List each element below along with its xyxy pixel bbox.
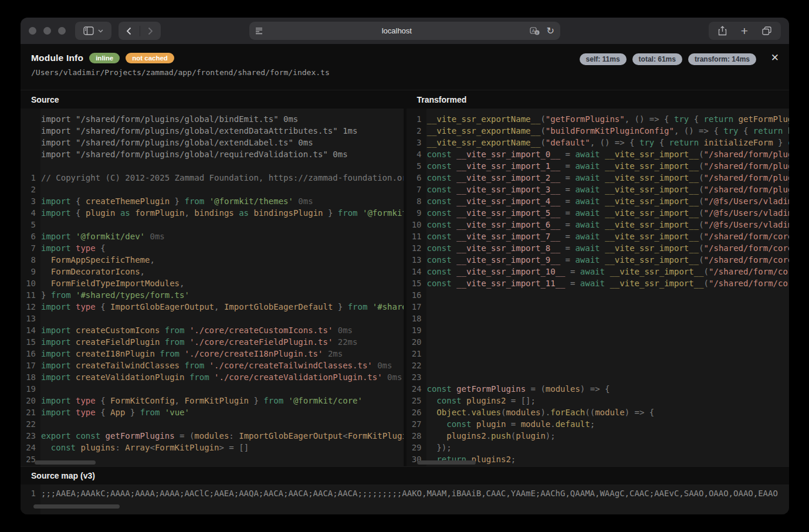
- source-map-section: Source map (v3) 1;;;AAEA;AAAkC;AAAA;AAAA…: [21, 466, 789, 514]
- line-number: 4: [407, 148, 422, 160]
- transformed-code-area[interactable]: 1__vite_ssr_exportName__("getFormPlugins…: [407, 109, 790, 466]
- line-number: 14: [407, 266, 422, 277]
- traffic-light-zoom-button[interactable]: [58, 27, 66, 35]
- line-number: 3: [21, 195, 36, 207]
- reader-icon[interactable]: [255, 27, 264, 35]
- code-line: 25 const plugins2 = [];: [407, 395, 790, 406]
- code-line: 23export const getFormPlugins = (modules…: [21, 430, 404, 442]
- nav-buttons: [119, 22, 161, 40]
- code-line: 12import type { ImportGlobEagerOutput, I…: [21, 301, 404, 313]
- source-code-area[interactable]: import "/shared/form/plugins/global/bind…: [21, 109, 404, 466]
- line-number: 5: [407, 160, 422, 172]
- horizontal-scrollbar[interactable]: [33, 504, 120, 509]
- code-line: 6const __vite_ssr_import_2__ = await __v…: [407, 172, 790, 184]
- line-number: 6: [407, 172, 422, 184]
- code-line: 3__vite_ssr_exportName__("default", () =…: [407, 137, 790, 148]
- line-number: 23: [407, 371, 422, 383]
- self-time-badge: self: 11ms: [580, 53, 627, 65]
- horizontal-scrollbar[interactable]: [35, 460, 96, 465]
- code-line: 14const __vite_ssr_import_10__ = await _…: [407, 266, 790, 277]
- code-line: 19: [407, 324, 790, 336]
- code-line: 16import createI18nPlugin from './core/c…: [21, 348, 404, 360]
- code-line: 24 const plugins: Array<FormKitPlugin> =…: [21, 442, 404, 453]
- code-line: 1;;;AAEA;AAAkC;AAAA;AAAA;AAAA;AAClC;AAEA…: [21, 487, 789, 499]
- code-line: import "/shared/form/plugins/global/requ…: [21, 148, 404, 160]
- line-number: 7: [21, 242, 36, 254]
- line-number: 18: [21, 371, 36, 383]
- line-number: 8: [407, 195, 422, 207]
- code-line: 26 Object.values(modules).forEach((modul…: [407, 406, 790, 418]
- browser-toolbar: localhost A x ↻: [21, 18, 789, 44]
- code-line: 10 FormFieldTypeImportModules,: [21, 277, 404, 289]
- line-number: 8: [21, 254, 36, 266]
- code-line: 22: [407, 360, 790, 371]
- traffic-light-minimize-button[interactable]: [43, 27, 51, 35]
- line-number: [21, 137, 36, 148]
- code-line: import "/shared/form/plugins/global/bind…: [21, 113, 404, 125]
- line-number: [21, 148, 36, 160]
- line-number: 9: [21, 266, 36, 277]
- code-line: 16: [407, 289, 790, 301]
- line-number: 2: [21, 184, 36, 195]
- toolbar-right-buttons: +: [709, 22, 781, 40]
- code-line: 11const __vite_ssr_import_7__ = await __…: [407, 231, 790, 242]
- code-line: 7import type {: [21, 242, 404, 254]
- source-map-code-area[interactable]: 1;;;AAEA;AAAkC;AAAA;AAAA;AAAA;AAClC;AAEA…: [21, 484, 789, 514]
- svg-text:A: A: [532, 28, 535, 33]
- code-line: 15const __vite_ssr_import_11__ = await _…: [407, 277, 790, 289]
- new-tab-button[interactable]: +: [741, 25, 748, 37]
- timing-stats: self: 11ms total: 61ms transform: 14ms: [580, 53, 756, 65]
- chevron-left-icon: [126, 27, 131, 35]
- line-number: 1: [407, 113, 422, 125]
- line-number: 14: [21, 324, 36, 336]
- line-number: 12: [407, 242, 422, 254]
- translate-icon[interactable]: A x: [530, 27, 540, 35]
- forward-button[interactable]: [140, 22, 161, 40]
- line-number: 12: [21, 301, 36, 313]
- line-number: 17: [21, 360, 36, 371]
- close-button[interactable]: ✕: [771, 52, 779, 64]
- line-number: 13: [21, 313, 36, 324]
- inspector-page: Module Info inline not cached self: 11ms…: [21, 44, 789, 514]
- line-number: 29: [407, 442, 422, 453]
- code-line: 6import '@formkit/dev' 0ms: [21, 231, 404, 242]
- traffic-light-close-button[interactable]: [29, 27, 36, 35]
- source-map-title: Source map (v3): [21, 467, 789, 484]
- sidebar-toggle-button[interactable]: [75, 22, 111, 40]
- share-icon[interactable]: [718, 26, 727, 36]
- line-number: [21, 113, 36, 125]
- line-number: 7: [407, 184, 422, 195]
- line-number: 17: [407, 301, 422, 313]
- line-number: 22: [407, 360, 422, 371]
- line-number: 25: [407, 395, 422, 406]
- line-number: 16: [407, 289, 422, 301]
- code-line: [21, 160, 404, 172]
- line-number: 21: [21, 406, 36, 418]
- not-cached-badge: not cached: [126, 53, 174, 63]
- address-bar[interactable]: localhost A x ↻: [249, 22, 560, 40]
- line-number: 26: [407, 406, 422, 418]
- line-number: 11: [21, 289, 36, 301]
- line-number: 28: [407, 430, 422, 442]
- code-line: 18import createValidationPlugin from './…: [21, 371, 404, 383]
- back-button[interactable]: [119, 22, 140, 40]
- code-line: 7const __vite_ssr_import_3__ = await __v…: [407, 184, 790, 195]
- code-line: 17import createTailwindClasses from './c…: [21, 360, 404, 371]
- code-line: 5: [21, 219, 404, 231]
- line-number: 5: [21, 219, 36, 231]
- tab-overview-icon[interactable]: [762, 26, 771, 35]
- horizontal-scrollbar[interactable]: [417, 460, 476, 465]
- code-line: 2: [21, 184, 404, 195]
- transform-time-badge: transform: 14ms: [688, 53, 756, 65]
- code-line: 4import { plugin as formPlugin, bindings…: [21, 207, 404, 219]
- code-line: 20import type { FormKitConfig, FormKitPl…: [21, 395, 404, 406]
- line-number: 18: [407, 313, 422, 324]
- code-line: 11} from '#shared/types/form.ts': [21, 289, 404, 301]
- traffic-lights: [29, 27, 66, 35]
- line-number: 13: [407, 254, 422, 266]
- reload-button[interactable]: ↻: [547, 26, 554, 36]
- line-number: 19: [21, 383, 36, 395]
- code-line: 8const __vite_ssr_import_4__ = await __v…: [407, 195, 790, 207]
- browser-window: localhost A x ↻: [21, 18, 789, 514]
- code-line: 13: [21, 313, 404, 324]
